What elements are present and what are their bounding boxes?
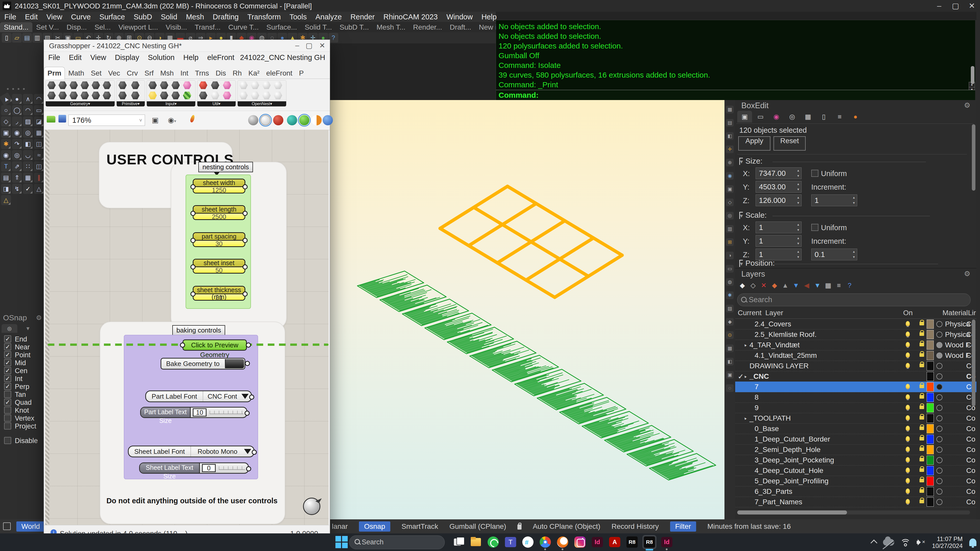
start-icon[interactable] <box>335 535 348 549</box>
material-dot-icon[interactable] <box>936 405 942 411</box>
explode-icon[interactable]: ✱ <box>1 139 11 149</box>
material-dot-icon[interactable] <box>936 342 942 348</box>
material-dot-icon[interactable] <box>936 489 942 495</box>
material-dot-icon[interactable] <box>936 478 942 484</box>
layer-on-bulb-icon[interactable] <box>906 457 910 462</box>
mirror-icon[interactable]: ◫ <box>34 161 44 171</box>
layer-on-bulb-icon[interactable] <box>906 426 910 431</box>
boolean-dark-icon[interactable]: ◉ <box>1 150 11 160</box>
menu-item[interactable]: Surface <box>95 12 129 22</box>
gh-menu-item[interactable]: Solution <box>143 52 179 63</box>
layer-lock-icon[interactable] <box>920 489 924 493</box>
uniform-checkbox[interactable]: Uniform <box>811 224 847 232</box>
layer-on-bulb-icon[interactable] <box>906 384 910 389</box>
layer-row[interactable]: 2.5_Klemliste Roof.PhysicaCo <box>735 329 977 340</box>
layer-name[interactable]: 2.4_Covers <box>754 320 791 328</box>
toolbar-tab[interactable]: SubD T... <box>336 22 373 32</box>
layer-on-bulb-icon[interactable] <box>906 478 910 483</box>
slider-part-label-text-size[interactable]: Part Label Text Size10 <box>140 407 247 418</box>
material-dot-icon[interactable] <box>936 353 942 359</box>
toolbar-tab[interactable]: Solid T... <box>301 22 336 32</box>
layer-color-swatch[interactable] <box>927 319 934 329</box>
zoom-extents-icon[interactable]: ▣ <box>150 114 161 126</box>
side-tool-icon[interactable]: ◉ <box>726 172 733 179</box>
layer-color-swatch[interactable] <box>927 497 934 507</box>
output-port[interactable] <box>245 411 250 416</box>
browser-icon[interactable] <box>556 535 569 549</box>
close-button[interactable]: ✕ <box>319 41 325 50</box>
material-dot-icon[interactable] <box>936 332 942 338</box>
layer-color-swatch[interactable] <box>927 393 934 402</box>
menu-item[interactable]: Curve <box>67 12 95 22</box>
bake-geometry-component[interactable]: Bake Geometry to Rhino <box>161 358 245 370</box>
toolbar-tab[interactable]: Sel... <box>91 22 115 32</box>
layer-lock-icon[interactable] <box>920 322 924 326</box>
new-layer-icon[interactable]: ◆ <box>737 280 748 291</box>
save-icon[interactable]: ▤ <box>22 33 32 43</box>
layer-on-bulb-icon[interactable] <box>906 436 910 441</box>
text-icon[interactable]: T <box>1 161 11 171</box>
layer-on-bulb-icon[interactable] <box>906 499 910 504</box>
collapse-icon[interactable]: ◀ <box>802 280 812 291</box>
onedrive-icon[interactable] <box>883 539 894 546</box>
layer-lock-icon[interactable] <box>920 332 924 336</box>
side-tool-icon[interactable]: ⊞ <box>726 238 733 246</box>
layer-linetype[interactable]: Co <box>966 414 975 422</box>
preview-wire-icon[interactable] <box>260 115 270 125</box>
layer-lock-icon[interactable] <box>920 437 924 440</box>
circle-icon[interactable]: ○ <box>1 105 11 115</box>
output-port[interactable] <box>246 466 251 472</box>
side-tool-icon[interactable]: ▨ <box>726 305 733 312</box>
spheres-icon[interactable]: ◉ <box>12 128 22 138</box>
osnap-item[interactable]: Int <box>0 375 45 383</box>
component-icon[interactable] <box>58 91 67 100</box>
component-icon[interactable] <box>160 81 169 90</box>
gh-menu-item[interactable]: Help <box>179 52 203 63</box>
layer-name[interactable]: 4_TAR_Vindtæt <box>749 341 800 349</box>
nesting-controls-tag[interactable]: nesting controls <box>198 162 253 172</box>
material-dot-icon[interactable] <box>936 436 942 442</box>
component-icon[interactable] <box>262 81 271 90</box>
gh-menu-item[interactable]: Edit <box>65 52 86 63</box>
output-port[interactable] <box>242 264 248 270</box>
layer-color-swatch[interactable] <box>927 414 934 423</box>
layer-name[interactable]: 9 <box>754 404 759 412</box>
preview-off-icon[interactable] <box>248 115 258 125</box>
osnap-item[interactable]: Point <box>0 351 45 359</box>
side-tool-icon[interactable]: ▦ <box>726 345 733 352</box>
open-file-icon[interactable]: ▱ <box>12 33 22 43</box>
output-port[interactable] <box>246 343 251 348</box>
ribbon-group-label[interactable]: Util▾ <box>197 101 235 106</box>
section-Scale[interactable]: ▾Scale: <box>739 211 767 219</box>
slider-part-spacing[interactable]: part spacing30 <box>193 232 245 247</box>
osnap-item[interactable]: Perp <box>0 383 45 391</box>
side-tool-icon[interactable]: ◍ <box>726 278 733 286</box>
layer-name[interactable]: _TOOLPATH <box>749 414 791 422</box>
layer-lock-icon[interactable] <box>920 364 924 367</box>
layer-row[interactable]: 4.1_Vindtæt_25mmWood FCo <box>735 350 977 361</box>
volume-muted-icon[interactable] <box>917 539 925 546</box>
layer-linetype[interactable]: Co <box>966 487 975 495</box>
section-Size[interactable]: ▾Size: <box>739 157 762 165</box>
layer-name[interactable]: 1_Deep_Cutout_Border <box>754 435 830 443</box>
side-tool-icon[interactable]: ▣ <box>726 371 733 379</box>
split-icon[interactable]: ◫ <box>34 139 44 149</box>
component-icon[interactable] <box>211 91 220 100</box>
rhino-viewport[interactable] <box>329 100 724 519</box>
wifi-icon[interactable] <box>901 539 910 546</box>
component-icon[interactable] <box>262 91 271 100</box>
layer-name[interactable]: _CNC <box>749 372 769 381</box>
col-on[interactable]: On <box>903 309 913 317</box>
layer-lock-icon[interactable] <box>920 343 924 346</box>
layer-color-swatch[interactable] <box>927 466 934 475</box>
cplane-chip[interactable]: World <box>16 521 45 532</box>
display-orange-icon[interactable] <box>312 115 321 125</box>
pipe-icon[interactable]: ∥ <box>34 173 44 183</box>
layer-lock-icon[interactable] <box>920 458 924 461</box>
maximize-button[interactable]: ▢ <box>306 41 312 50</box>
indesign-icon[interactable]: Id <box>591 535 604 549</box>
indesign-2-icon[interactable]: Id <box>660 535 673 549</box>
rhino-icon[interactable]: R8 <box>625 535 639 549</box>
layer-name[interactable]: 4.1_Vindtæt_25mm <box>754 351 817 360</box>
command-history[interactable]: No objects added to selection.No objects… <box>496 20 976 100</box>
